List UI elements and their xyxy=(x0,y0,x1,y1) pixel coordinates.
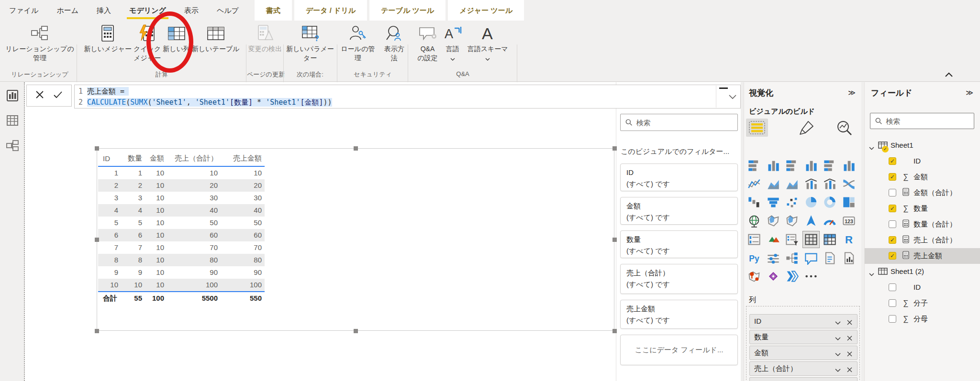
format-visual-tab[interactable] xyxy=(796,120,817,137)
well-partial[interactable] xyxy=(749,377,858,381)
filled-map-icon[interactable] xyxy=(765,212,782,229)
field-checkbox[interactable]: ✓ xyxy=(889,173,896,181)
arcgis-map-icon[interactable] xyxy=(746,268,763,285)
manage-relationships-button[interactable]: リレーションシップの管理 xyxy=(4,21,76,63)
commit-formula-icon[interactable] xyxy=(53,91,63,100)
field-checkbox[interactable] xyxy=(889,189,896,196)
paginated-report-icon[interactable] xyxy=(840,250,858,267)
field-item-売上金額[interactable]: ✓売上金額 xyxy=(865,248,980,264)
field-table-Sheet1[interactable]: ✓Sheet1 xyxy=(865,138,980,153)
azure-map-icon[interactable] xyxy=(802,212,820,229)
field-item-金額（合計）[interactable]: 金額（合計） xyxy=(865,185,980,201)
resize-handle[interactable] xyxy=(95,146,99,151)
resize-handle[interactable] xyxy=(95,329,99,333)
chevron-down-icon[interactable] xyxy=(869,270,874,278)
column-header[interactable]: 売上（合計） xyxy=(167,151,221,166)
new-column-button[interactable]: 新しい列 xyxy=(163,21,190,54)
contextual-tab-3[interactable]: テーブル ツール xyxy=(369,0,445,21)
model-view-icon[interactable] xyxy=(6,139,19,152)
chevron-down-icon[interactable] xyxy=(835,318,841,327)
map-icon[interactable] xyxy=(746,212,763,229)
language-dropdown-icon[interactable] xyxy=(450,54,455,63)
ribbon-tab-1[interactable]: ファイル xyxy=(0,0,47,21)
language-schema-dropdown-icon[interactable] xyxy=(485,54,490,63)
well-ID[interactable]: ID xyxy=(749,314,858,328)
quick-measure-button[interactable]: クイック メジャー xyxy=(134,21,161,63)
filter-search-box[interactable] xyxy=(620,114,738,131)
field-checkbox[interactable] xyxy=(889,315,896,323)
multi-row-card-icon[interactable] xyxy=(746,231,763,248)
waterfall-chart-icon[interactable] xyxy=(746,194,763,211)
stacked-bar-chart-icon[interactable] xyxy=(746,157,763,174)
chevron-down-icon[interactable] xyxy=(835,350,841,359)
well-金額[interactable]: 金額 xyxy=(749,346,858,360)
scatter-chart-icon[interactable] xyxy=(783,194,801,211)
resize-handle[interactable] xyxy=(612,238,617,242)
build-visual-tab[interactable] xyxy=(746,119,768,137)
fields-search-box[interactable] xyxy=(870,113,974,129)
chevron-down-icon[interactable] xyxy=(835,366,841,374)
column-header[interactable]: 金額 xyxy=(145,151,167,166)
cancel-formula-icon[interactable] xyxy=(35,90,44,101)
clustered-bar-chart-icon[interactable] xyxy=(783,157,801,174)
smart-narrative-icon[interactable] xyxy=(821,250,838,267)
ribbon-tab-3[interactable]: 挿入 xyxy=(88,0,120,21)
view-as-button[interactable]: 表示方法 xyxy=(382,21,407,63)
gauge-icon[interactable] xyxy=(821,212,838,229)
collapse-ribbon-icon[interactable] xyxy=(945,70,953,79)
donut-chart-icon[interactable] xyxy=(821,194,838,211)
qa-setup-button[interactable]: Q&A の設定 xyxy=(417,21,437,63)
field-item-ID[interactable]: ✓ID xyxy=(865,153,980,169)
line-chart-icon[interactable] xyxy=(746,175,763,193)
contextual-tab-2[interactable]: データ / ドリル xyxy=(294,0,367,21)
key-influencers-icon[interactable] xyxy=(765,250,782,267)
ribbon-tab-5[interactable]: 表示 xyxy=(175,0,208,21)
language-button[interactable]: A 言語 xyxy=(444,21,462,63)
stacked-column-chart-icon[interactable] xyxy=(765,157,782,174)
remove-field-icon[interactable] xyxy=(847,366,852,374)
expand-formula-bar-icon[interactable] xyxy=(729,93,736,101)
column-header[interactable]: 数量 xyxy=(121,151,145,166)
more-options-icon[interactable] xyxy=(802,268,820,285)
filter-card-金額[interactable]: 金額(すべて) です xyxy=(620,197,738,225)
line-and-clustered-column-chart-icon[interactable] xyxy=(821,175,838,193)
kpi-icon[interactable] xyxy=(765,231,782,248)
minimize-formula-bar-icon[interactable] xyxy=(719,87,728,89)
language-schema-button[interactable]: A 言語スキーマ xyxy=(468,21,508,63)
contextual-tab-4[interactable]: メジャー ツール xyxy=(448,0,524,21)
new-parameter-button[interactable]: ? 新しいパラメーター xyxy=(284,21,336,63)
chevron-down-icon[interactable] xyxy=(869,143,874,152)
table-visual[interactable]: ID数量金額売上（合計）売上金額 11101010221020203310303… xyxy=(98,151,265,305)
stacked-area-chart-icon[interactable] xyxy=(783,175,801,193)
well-売上（合計）[interactable]: 売上（合計） xyxy=(749,361,858,376)
dax-formula-bar[interactable]: 1売上金額 = 2CALCULATE(SUMX('Sheet1', 'Sheet… xyxy=(74,85,741,109)
field-item-金額[interactable]: ✓∑金額 xyxy=(865,169,980,185)
shape-map-icon[interactable] xyxy=(783,212,801,229)
report-view-icon[interactable] xyxy=(6,89,19,102)
column-header[interactable]: ID xyxy=(98,151,121,166)
field-item-分母[interactable]: ∑分母 xyxy=(865,311,980,327)
remove-field-icon[interactable] xyxy=(847,334,852,343)
resize-handle[interactable] xyxy=(95,238,99,242)
remove-field-icon[interactable] xyxy=(847,318,852,327)
field-checkbox[interactable]: ✓ xyxy=(889,236,896,244)
slicer-icon[interactable] xyxy=(783,231,801,248)
field-item-数量[interactable]: ✓∑数量 xyxy=(865,201,980,217)
chevron-down-icon[interactable] xyxy=(835,334,841,343)
analytics-tab[interactable] xyxy=(834,120,855,137)
resize-handle[interactable] xyxy=(354,146,358,151)
fields-search-input[interactable] xyxy=(886,117,969,125)
remove-field-icon[interactable] xyxy=(847,350,852,359)
ribbon-tab-6[interactable]: ヘルプ xyxy=(208,0,248,21)
funnel-chart-icon[interactable] xyxy=(765,194,782,211)
ribbon-chart-icon[interactable] xyxy=(840,175,858,193)
field-item-売上（合計）[interactable]: ✓売上（合計） xyxy=(865,232,980,248)
field-checkbox[interactable]: ✓ xyxy=(889,205,896,212)
matrix-icon[interactable] xyxy=(821,231,838,248)
filter-card-売上（合計）[interactable]: 売上（合計）(すべて) です xyxy=(620,264,738,294)
field-table-Sheet1 (2)[interactable]: Sheet1 (2) xyxy=(865,264,980,280)
resize-handle[interactable] xyxy=(612,146,617,151)
python-visual-icon[interactable]: Py xyxy=(746,250,763,267)
well-数量[interactable]: 数量 xyxy=(749,330,858,344)
field-checkbox[interactable]: ✓ xyxy=(889,157,896,165)
